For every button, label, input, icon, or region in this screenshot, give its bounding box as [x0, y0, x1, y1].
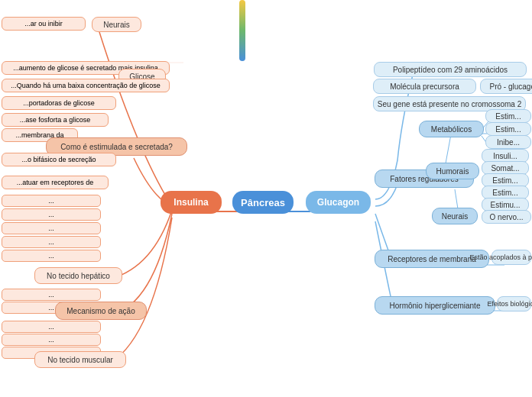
- left-item3[interactable]: ...: [2, 222, 101, 234]
- bifasico-node[interactable]: ...o bifásico de secreção: [2, 153, 116, 166]
- left-item2[interactable]: ...: [2, 208, 101, 221]
- mindmap-canvas: Pâncreas Glucagon Insulina Polipeptídeo …: [0, 0, 532, 397]
- efeitos-node[interactable]: Efeitos biológicos: [497, 296, 531, 311]
- pro-glucagon-node[interactable]: Pró - glucagon: [480, 79, 532, 94]
- molecula-node[interactable]: Molécula precursora: [373, 79, 476, 94]
- estimula2-node[interactable]: Estim...: [485, 122, 531, 136]
- tecido-muscular-node[interactable]: No tecido muscular: [34, 351, 126, 368]
- left-item1[interactable]: ...: [2, 195, 101, 207]
- ar-inibir-node[interactable]: ...ar ou inibir: [2, 17, 86, 31]
- acoplados-node[interactable]: Estão acoplados à proteíns: [491, 250, 531, 265]
- inibe-node[interactable]: Inibe...: [485, 135, 531, 149]
- left-item4[interactable]: ...: [2, 236, 101, 248]
- hormonio-node[interactable]: Hormônio hiperglicemiante: [375, 296, 495, 315]
- humorais-node[interactable]: Humorais: [426, 163, 479, 179]
- polipeptideo-node[interactable]: Polipeptídeo com 29 aminoácidos: [374, 62, 527, 77]
- neural-est-node[interactable]: Neurais: [92, 17, 141, 32]
- neurais-node[interactable]: Neurais: [432, 208, 478, 224]
- metabolicos-node[interactable]: Metabólicos: [419, 121, 484, 137]
- glucagon-node[interactable]: Glucagon: [306, 191, 371, 214]
- left-item6[interactable]: ...: [2, 289, 101, 301]
- left-item9[interactable]: ...: [2, 334, 101, 346]
- estimula1-node[interactable]: Estim...: [485, 109, 531, 123]
- tecido-hepatico-node[interactable]: No tecido hepático: [34, 267, 122, 284]
- glicose-txt2-node[interactable]: ...Quando há uma baixa concentração de g…: [2, 79, 170, 92]
- receptores-atuar-node[interactable]: ...atuar em receptores de: [2, 176, 109, 189]
- mecanismo-node[interactable]: Mecanismo de ação: [55, 302, 147, 320]
- vertical-bar: [239, 0, 245, 61]
- left-item8[interactable]: ...: [2, 321, 101, 333]
- fosfato-node[interactable]: ...ase fosforta a glicose: [2, 113, 109, 127]
- left-item5[interactable]: ...: [2, 250, 101, 262]
- insulina-node[interactable]: Insulina: [161, 191, 222, 214]
- center-node[interactable]: Pâncreas: [232, 191, 294, 214]
- transportadoras-node[interactable]: ...portadoras de glicose: [2, 96, 116, 110]
- o-nervo-node[interactable]: O nervo...: [482, 210, 531, 224]
